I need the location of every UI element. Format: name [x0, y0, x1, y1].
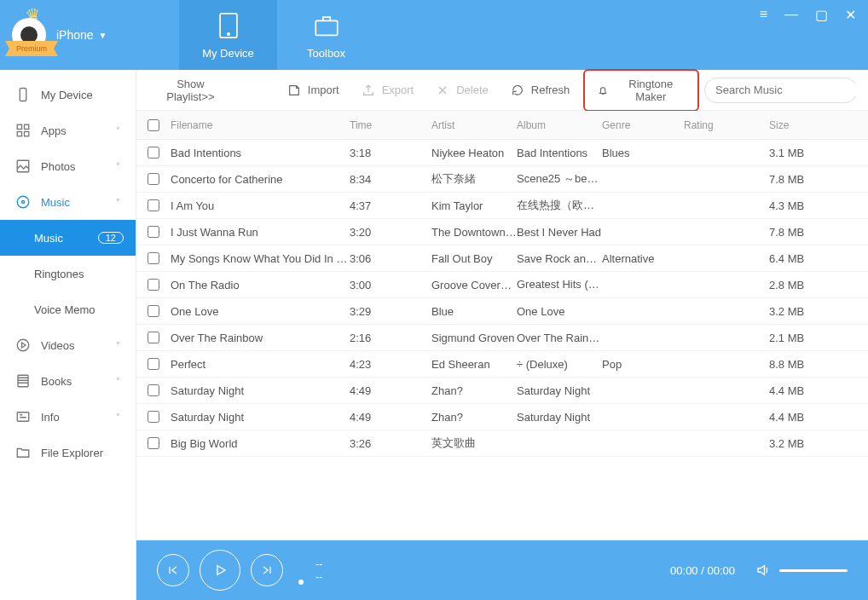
sidebar-sub-voicememo[interactable]: Voice Memo — [0, 291, 136, 327]
sidebar-item-apps[interactable]: Apps ˅ — [0, 112, 136, 148]
sidebar-item-info[interactable]: Info ˅ — [0, 399, 136, 435]
volume-control[interactable] — [755, 562, 848, 578]
menu-icon[interactable]: ≡ — [760, 7, 767, 23]
close-icon[interactable]: ✕ — [845, 7, 856, 23]
table-row[interactable]: One Love3:29BlueOne Love3.2 MB — [136, 298, 868, 325]
folder-icon — [15, 445, 31, 460]
prev-icon — [166, 563, 180, 577]
main-body: My Device Apps ˅ Photos ˅ Music ˅ Music … — [0, 70, 868, 600]
next-icon — [260, 563, 274, 577]
progress-dot[interactable] — [298, 580, 304, 585]
bell-icon — [597, 84, 609, 97]
cell-time: 4:49 — [350, 384, 431, 397]
col-genre[interactable]: Genre — [602, 119, 684, 131]
col-time[interactable]: Time — [350, 119, 431, 131]
track-artist: -- — [315, 570, 323, 583]
export-button[interactable]: Export — [353, 78, 423, 102]
ringtone-maker-button[interactable]: Ringtone Maker — [583, 69, 699, 112]
cell-album: Best I Never Had — [517, 226, 602, 239]
chevron-down-icon: ˅ — [116, 412, 120, 422]
play-icon — [212, 562, 228, 578]
import-icon — [287, 84, 301, 97]
row-checkbox[interactable] — [148, 358, 159, 370]
app-header: ♛ Premium iPhone ▼ My Device Toolbox ≡ —… — [0, 0, 868, 70]
cell-time: 3:18 — [350, 147, 431, 159]
device-icon — [15, 87, 31, 102]
cell-size: 6.4 MB — [769, 252, 829, 265]
time-display: 00:00 / 00:00 — [670, 564, 735, 577]
table-row[interactable]: Over The Rainbow2:16Sigmund GrovenOver T… — [136, 325, 868, 351]
select-all-checkbox[interactable] — [148, 119, 159, 131]
table-row[interactable]: Saturday Night4:49Zhan?Saturday Night4.4… — [136, 378, 868, 404]
row-checkbox[interactable] — [148, 199, 159, 211]
table-row[interactable]: I Am You4:37Kim Taylor在线热搜（欧美）4.3 MB — [136, 193, 868, 219]
tab-my-device[interactable]: My Device — [179, 0, 277, 70]
sidebar-item-explorer[interactable]: File Explorer — [0, 435, 136, 470]
prev-button[interactable] — [157, 554, 189, 586]
sidebar-sub-ringtones[interactable]: Ringtones — [0, 256, 136, 291]
svg-rect-8 — [17, 160, 29, 172]
cell-artist: Sigmund Groven — [431, 332, 517, 344]
maximize-icon[interactable]: ▢ — [815, 7, 828, 23]
row-checkbox[interactable] — [148, 173, 159, 185]
sidebar-item-books[interactable]: Books ˅ — [0, 363, 136, 399]
cell-album: One Love — [517, 305, 602, 318]
sidebar-item-photos[interactable]: Photos ˅ — [0, 148, 136, 184]
row-checkbox[interactable] — [148, 226, 159, 238]
cell-size: 2.1 MB — [769, 332, 829, 344]
cell-filename: Big Big World — [171, 437, 350, 450]
table-row[interactable]: Saturday Night4:49Zhan?Saturday Night4.4… — [136, 404, 868, 430]
col-rating[interactable]: Rating — [684, 119, 769, 131]
refresh-icon — [511, 84, 524, 97]
row-checkbox[interactable] — [148, 279, 159, 291]
row-checkbox[interactable] — [148, 384, 159, 396]
delete-icon — [436, 84, 449, 97]
cell-artist: Fall Out Boy — [431, 252, 517, 265]
sidebar-sub-music[interactable]: Music 12 — [0, 220, 136, 256]
row-checkbox[interactable] — [148, 252, 159, 264]
cell-artist: Zhan? — [431, 384, 517, 397]
col-filename[interactable]: Filename — [171, 119, 350, 131]
col-artist[interactable]: Artist — [431, 119, 517, 131]
device-selector[interactable]: iPhone ▼ — [56, 28, 107, 42]
svg-point-11 — [17, 339, 29, 351]
content-area: Show Playlist>> Import Export Delete Ref… — [136, 70, 868, 600]
cell-filename: On The Radio — [171, 279, 350, 291]
search-input[interactable] — [715, 84, 859, 96]
row-checkbox[interactable] — [148, 411, 159, 423]
sidebar-item-videos[interactable]: Videos ˅ — [0, 327, 136, 363]
table-row[interactable]: On The Radio3:00Groove CoverageGreatest … — [136, 272, 868, 298]
row-checkbox[interactable] — [148, 147, 159, 159]
row-checkbox[interactable] — [148, 332, 159, 343]
row-checkbox[interactable] — [148, 305, 159, 317]
col-album[interactable]: Album — [517, 119, 602, 131]
sidebar-item-music[interactable]: Music ˅ — [0, 184, 136, 220]
show-playlist-button[interactable]: Show Playlist>> — [147, 72, 234, 108]
cell-artist: Ed Sheeran — [431, 358, 517, 371]
row-checkbox[interactable] — [148, 437, 159, 449]
table-row[interactable]: Concerto for Catherine8:34松下奈緒Scene25 ～b… — [136, 166, 868, 193]
table-row[interactable]: My Songs Know What You Did In th...3:06F… — [136, 245, 868, 272]
premium-ribbon: Premium — [5, 41, 58, 56]
table-row[interactable]: I Just Wanna Run3:20The Downtown Fiction… — [136, 219, 868, 245]
sidebar-item-mydevice[interactable]: My Device — [0, 77, 136, 112]
tab-toolbox[interactable]: Toolbox — [277, 0, 375, 70]
table-row[interactable]: Bad Intentions3:18Niykee HeatonBad Inten… — [136, 140, 868, 166]
volume-slider[interactable] — [779, 569, 848, 572]
refresh-button[interactable]: Refresh — [502, 78, 579, 102]
import-button[interactable]: Import — [279, 78, 348, 102]
table-row[interactable]: Big Big World3:26英文歌曲3.2 MB — [136, 430, 868, 457]
search-box[interactable] — [704, 78, 858, 103]
device-selector-label: iPhone — [56, 28, 94, 42]
table-row[interactable]: Perfect4:23Ed Sheeran÷ (Deluxe)Pop8.8 MB — [136, 351, 868, 378]
cell-artist: The Downtown Fiction — [431, 226, 517, 239]
next-button[interactable] — [251, 554, 283, 586]
cell-filename: My Songs Know What You Did In th... — [171, 252, 350, 265]
col-size[interactable]: Size — [769, 119, 829, 131]
delete-button[interactable]: Delete — [427, 78, 497, 102]
play-button[interactable] — [200, 550, 240, 591]
cell-album: Saturday Night — [517, 384, 602, 397]
cell-time: 4:23 — [350, 358, 431, 371]
minimize-icon[interactable]: — — [784, 7, 798, 23]
svg-rect-4 — [17, 124, 21, 129]
